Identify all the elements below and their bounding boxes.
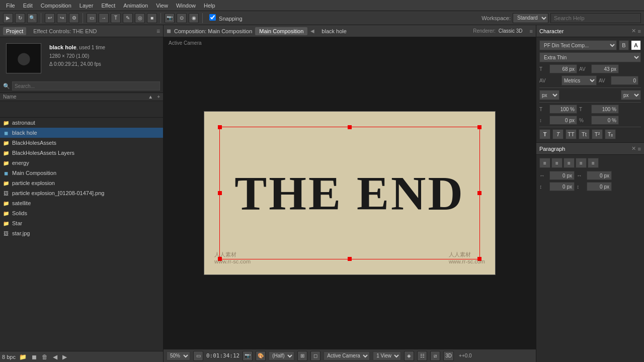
tool-select[interactable]: ▶	[3, 13, 13, 23]
menu-file[interactable]: File	[2, 3, 19, 9]
unit-select2[interactable]: px	[621, 90, 641, 100]
toggle-safe[interactable]: ⧄	[430, 351, 440, 361]
character-menu[interactable]: ≡	[638, 28, 641, 34]
align-left[interactable]: ≡	[539, 158, 550, 168]
font-style-select[interactable]: Extra Thin	[539, 52, 641, 62]
menu-view[interactable]: View	[152, 3, 172, 9]
tsukumi-input[interactable]	[549, 116, 577, 125]
asset-item[interactable]: 🖼particle explosion_[01208-01474].png	[0, 188, 163, 198]
indent-left-input[interactable]: 0 px	[549, 171, 575, 180]
asset-item[interactable]: ◼black hole	[0, 128, 163, 138]
asset-item[interactable]: 📁Solids	[0, 208, 163, 218]
font-color-icon[interactable]: A	[631, 40, 641, 50]
delete-btn[interactable]: 🗑	[40, 353, 49, 360]
space-after-input[interactable]: 0 px	[587, 182, 612, 191]
color-btn[interactable]: 🎨	[256, 351, 266, 361]
view-count-select[interactable]: 1 View	[373, 351, 401, 360]
tab-effect-controls[interactable]: Effect Controls: THE END	[30, 27, 100, 35]
tool-arrow[interactable]: →	[99, 13, 109, 23]
space-before-input[interactable]: 0 px	[549, 182, 575, 191]
menu-animation[interactable]: Animation	[119, 3, 152, 9]
asset-item[interactable]: 📁BlackHolesAssets Layers	[0, 148, 163, 158]
baseline-input[interactable]	[591, 116, 619, 125]
asset-item[interactable]: 📁satellite	[0, 198, 163, 208]
character-close[interactable]: ✕	[631, 28, 636, 34]
quality-select[interactable]: (Half)	[269, 351, 294, 360]
handle-ml[interactable]	[218, 191, 222, 195]
align-center[interactable]: ≡	[551, 158, 562, 168]
tool-puppet[interactable]: ◉	[189, 13, 199, 23]
font-family-select[interactable]: PF Din Text Comp...	[539, 40, 617, 50]
asset-item[interactable]: 📁energy	[0, 158, 163, 168]
tab-project[interactable]: Project	[3, 27, 26, 35]
toggle-3d[interactable]: 3D	[443, 351, 454, 361]
project-search-input[interactable]	[12, 81, 160, 90]
style-faux-bold[interactable]: T	[539, 129, 550, 139]
metrics-select[interactable]: Metrics	[561, 75, 597, 85]
style-all-caps[interactable]: TT	[566, 129, 577, 139]
toggle-guides[interactable]: ☷	[417, 351, 427, 361]
toggle-masks[interactable]: ◈	[404, 351, 414, 361]
style-small-caps[interactable]: Tt	[579, 129, 590, 139]
asset-item[interactable]: ◼Main Composition	[0, 168, 163, 178]
style-subscript[interactable]: T₂	[605, 129, 616, 139]
new-comp-btn[interactable]: ◼	[30, 353, 38, 360]
snapping-checkbox[interactable]	[209, 14, 216, 21]
tool-search[interactable]: 🔍	[27, 13, 37, 23]
menu-help[interactable]: Help	[200, 3, 219, 9]
handle-tm[interactable]	[348, 125, 352, 129]
menu-effect[interactable]: Effect	[97, 3, 119, 9]
tool-redo[interactable]: ↪	[57, 13, 67, 23]
tool-shape[interactable]: ■	[147, 13, 157, 23]
prev-btn[interactable]: ◀	[51, 353, 59, 360]
menu-window[interactable]: Window	[172, 3, 200, 9]
paragraph-menu[interactable]: ≡	[638, 146, 641, 152]
font-size-input[interactable]	[549, 64, 577, 73]
scale-input[interactable]	[591, 105, 619, 114]
workspace-select[interactable]: Standard	[513, 13, 548, 23]
tool-orbit[interactable]: ⊙	[177, 13, 187, 23]
tab-main-composition[interactable]: Main Composition	[255, 27, 307, 35]
leading-input[interactable]	[549, 105, 577, 114]
asset-item[interactable]: 📁Star	[0, 218, 163, 228]
tool-rect[interactable]: ▭	[87, 13, 97, 23]
paragraph-close[interactable]: ✕	[631, 145, 636, 152]
asset-item[interactable]: 📁astronaut	[0, 118, 163, 128]
kerning-input[interactable]	[591, 64, 619, 73]
pixel-btn[interactable]: ◻	[310, 351, 320, 361]
zoom-select[interactable]: 50%	[167, 351, 190, 360]
comp-panel-menu[interactable]: ≡	[530, 28, 533, 34]
snapshot-btn[interactable]: 📷	[243, 351, 253, 361]
handle-tl[interactable]	[218, 125, 222, 129]
tracking-input[interactable]	[611, 76, 638, 85]
align-justify[interactable]: ≡	[576, 158, 587, 168]
search-help-input[interactable]	[550, 13, 641, 23]
tool-prefs[interactable]: ⚙	[69, 13, 79, 23]
align-justify-all[interactable]: ≡	[588, 158, 599, 168]
panel-close[interactable]: ≡	[156, 28, 160, 35]
align-right[interactable]: ≡	[564, 158, 575, 168]
new-folder-btn[interactable]: 📁	[18, 353, 28, 360]
tool-camera[interactable]: 📷	[165, 13, 175, 23]
tab-black-hole[interactable]: black hole	[317, 27, 351, 35]
grid-btn[interactable]: ⊞	[297, 351, 307, 361]
handle-mr[interactable]	[477, 191, 481, 195]
tool-clone[interactable]: ◎	[135, 13, 145, 23]
asset-item[interactable]: 📁BlackHolesAssets	[0, 138, 163, 148]
asset-item[interactable]: 📁particle explosion	[0, 178, 163, 188]
handle-tr[interactable]	[477, 125, 481, 129]
tool-text[interactable]: T	[111, 13, 121, 23]
asset-item[interactable]: 🖼star.jpg	[0, 228, 163, 238]
font-bold-icon[interactable]: B	[619, 40, 629, 50]
menu-layer[interactable]: Layer	[75, 3, 98, 9]
menu-edit[interactable]: Edit	[19, 3, 37, 9]
fit-btn[interactable]: ▭	[193, 351, 203, 361]
style-faux-italic[interactable]: T	[552, 129, 564, 139]
tool-pen[interactable]: ✎	[123, 13, 133, 23]
indent-right-input[interactable]: 0 px	[587, 171, 612, 180]
tool-rotate[interactable]: ↻	[15, 13, 25, 23]
handle-bm[interactable]	[348, 257, 352, 261]
menu-composition[interactable]: Composition	[37, 3, 75, 9]
unit-select[interactable]: px	[539, 90, 559, 100]
comp-viewer[interactable]: Active Camera THE END 人人素材www.rr-sc.com …	[164, 37, 536, 349]
